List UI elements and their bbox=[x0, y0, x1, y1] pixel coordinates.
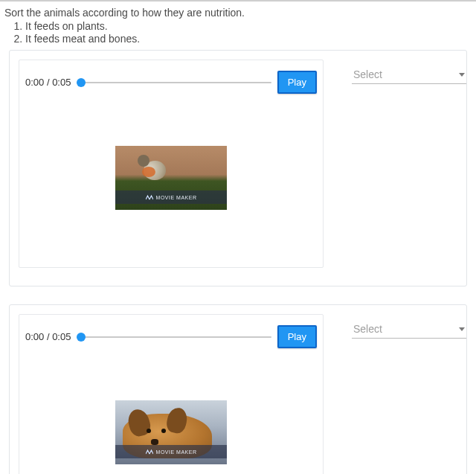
option-list: It feeds on plants. It feeds meat and bo… bbox=[25, 20, 472, 45]
category-select[interactable]: Select bbox=[352, 321, 466, 339]
slider-track bbox=[77, 82, 271, 83]
option-item: It feeds meat and bones. bbox=[25, 33, 472, 45]
seek-slider[interactable] bbox=[77, 331, 271, 343]
category-select[interactable]: Select bbox=[352, 67, 466, 84]
play-button[interactable]: Play bbox=[277, 71, 317, 94]
seek-slider[interactable] bbox=[77, 77, 271, 89]
question-text: Sort the animals according to how they a… bbox=[4, 7, 472, 19]
option-item: It feeds on plants. bbox=[25, 20, 472, 32]
select-placeholder: Select bbox=[353, 68, 382, 80]
select-column: Select bbox=[324, 60, 466, 268]
media-column: 0:00 / 0:05 Play bbox=[19, 314, 324, 474]
time-display: 0:00 / 0:05 bbox=[25, 331, 71, 342]
video-thumbnail-dog: MOVIE MAKER bbox=[115, 400, 227, 464]
slider-thumb[interactable] bbox=[77, 333, 86, 342]
chevron-down-icon bbox=[459, 327, 465, 331]
slider-track bbox=[77, 336, 271, 338]
movie-maker-logo-icon bbox=[146, 193, 153, 201]
player-row: 0:00 / 0:05 Play bbox=[25, 325, 317, 348]
question-card: 0:00 / 0:05 Play bbox=[9, 304, 467, 474]
watermark-text: MOVIE MAKER bbox=[156, 195, 197, 200]
watermark-band: MOVIE MAKER bbox=[115, 190, 227, 204]
slider-thumb[interactable] bbox=[77, 78, 86, 87]
video-thumbnail-bird: MOVIE MAKER bbox=[115, 146, 227, 210]
watermark-band: MOVIE MAKER bbox=[115, 445, 227, 458]
select-placeholder: Select bbox=[353, 323, 382, 335]
movie-maker-logo-icon bbox=[146, 448, 153, 455]
play-button[interactable]: Play bbox=[277, 325, 317, 348]
video-thumbnail-wrap: MOVIE MAKER bbox=[25, 400, 317, 464]
watermark-text: MOVIE MAKER bbox=[156, 449, 197, 455]
question-card: 0:00 / 0:05 Play MOVIE MAKER bbox=[9, 50, 467, 286]
video-thumbnail-wrap: MOVIE MAKER bbox=[25, 146, 317, 210]
time-display: 0:00 / 0:05 bbox=[25, 77, 71, 88]
chevron-down-icon bbox=[459, 73, 465, 77]
media-column: 0:00 / 0:05 Play MOVIE MAKER bbox=[19, 60, 324, 268]
instructions-block: Sort the animals according to how they a… bbox=[0, 1, 476, 50]
select-column: Select bbox=[324, 314, 466, 474]
player-row: 0:00 / 0:05 Play bbox=[25, 71, 317, 94]
